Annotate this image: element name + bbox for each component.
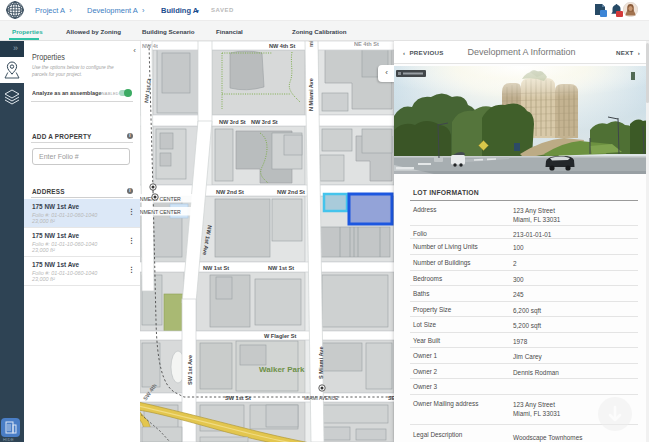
svg-text:GOVERNMENT CENTER: GOVERNMENT CENTER bbox=[140, 196, 181, 202]
svg-text:N Miami Ave: N Miami Ave bbox=[308, 78, 314, 111]
svg-text:NW 3rd St: NW 3rd St bbox=[251, 119, 278, 125]
svg-text:NW 4t: NW 4t bbox=[142, 43, 158, 49]
svg-text:mi Ave: mi Ave bbox=[308, 41, 314, 47]
svg-text:NE 4th St: NE 4th St bbox=[354, 41, 379, 47]
svg-text:NW 3rd St: NW 3rd St bbox=[219, 119, 246, 125]
svg-text:NW 4th St: NW 4th St bbox=[269, 43, 296, 49]
svg-text:NW 2nd St: NW 2nd St bbox=[216, 189, 244, 195]
svg-text:MIAMI AVENUE: MIAMI AVENUE bbox=[304, 396, 338, 401]
svg-text:NW 2nd St: NW 2nd St bbox=[277, 189, 305, 195]
svg-text:W Flagler St: W Flagler St bbox=[264, 333, 296, 339]
svg-text:NW 1st St: NW 1st St bbox=[268, 265, 294, 271]
svg-text:SW 1st St: SW 1st St bbox=[225, 395, 251, 401]
svg-text:NW 1st St: NW 1st St bbox=[203, 265, 229, 271]
svg-text:GOVERNMENT CENTER: GOVERNMENT CENTER bbox=[140, 209, 181, 215]
svg-text:Walker Park: Walker Park bbox=[259, 365, 305, 374]
svg-text:S Miami Ave: S Miami Ave bbox=[318, 346, 324, 379]
svg-text:SW 1st Ave: SW 1st Ave bbox=[187, 355, 193, 385]
